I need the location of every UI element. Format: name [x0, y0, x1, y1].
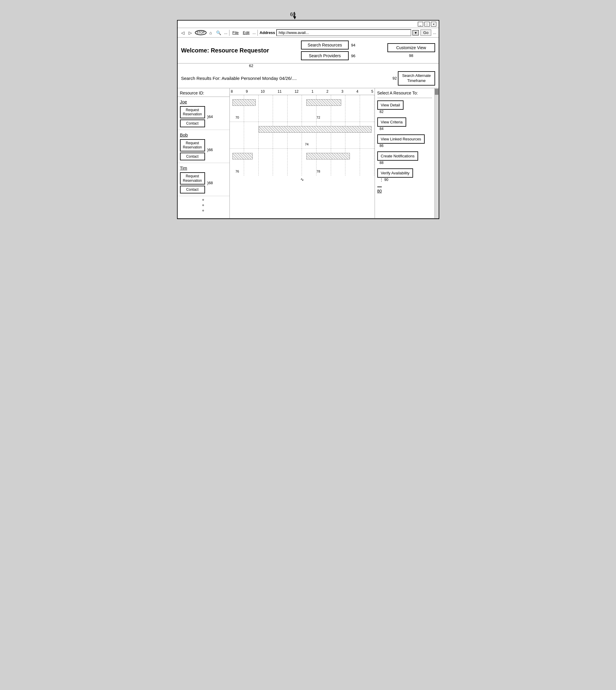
grid-col-joe-4	[273, 95, 288, 122]
forward-button[interactable]: ▷	[188, 30, 193, 36]
close-button[interactable]: ✕	[431, 22, 436, 26]
create-notifications-group: Create Notifications 88	[377, 151, 432, 165]
alternate-timeframe-area: 92 Search AlternateTimeframe	[393, 71, 435, 86]
joe-bar-72	[306, 99, 341, 106]
label-80-area: 80	[377, 187, 382, 194]
scrollbar-thumb[interactable]	[435, 89, 438, 95]
search-alternate-timeframe-button[interactable]: Search AlternateTimeframe	[398, 71, 435, 86]
file-menu[interactable]: File	[231, 30, 240, 36]
resource-name-joe: Joe	[180, 99, 227, 104]
label-64: }64	[207, 114, 213, 119]
stop-button[interactable]: STOP	[195, 30, 206, 35]
go-button[interactable]: Go	[420, 29, 431, 36]
bob-request-reservation-button[interactable]: RequestReservation	[180, 139, 205, 151]
time-label-12: 12	[294, 89, 298, 93]
joe-bar-70	[233, 99, 256, 106]
label-92: 92	[393, 76, 397, 81]
header-right: Customize View 98	[388, 43, 435, 58]
search-results-text: Search Results For: Available Personnel …	[181, 76, 297, 81]
label-84: 84	[377, 127, 432, 131]
address-dropdown-button[interactable]: ▼	[413, 30, 419, 36]
grid-col-joe-3	[259, 95, 273, 122]
view-linked-resources-button[interactable]: View Linked Resources	[377, 134, 425, 144]
nav-ellipsis-1: ...	[224, 30, 227, 35]
grid-col-bob-1	[230, 122, 244, 148]
time-label-8: 8	[231, 89, 233, 93]
label-66: }66	[207, 148, 213, 152]
time-label-11: 11	[278, 89, 282, 93]
label-68: }68	[207, 180, 213, 185]
label-62-area: 62	[178, 64, 439, 69]
nav-ellipsis-3: ...	[433, 30, 436, 35]
time-labels: 8 9 10 11 12 1 2 3 4 5	[230, 89, 375, 93]
timeline-row-bob: 74	[230, 122, 375, 149]
action-buttons-container: View Detail 82 View Criteria 84 View Lin…	[377, 101, 432, 182]
edit-menu[interactable]: Edit	[242, 30, 251, 36]
resource-name-bob: Bob	[180, 132, 227, 137]
joe-request-reservation-button[interactable]: RequestReservation	[180, 106, 205, 118]
grid-col-bob-2	[244, 122, 259, 148]
nav-ellipsis-2: ...	[252, 30, 256, 35]
time-label-9: 9	[246, 89, 248, 93]
tim-request-reservation-button[interactable]: RequestReservation	[180, 172, 205, 185]
welcome-text: Welcome: Resource Requestor	[181, 47, 269, 54]
label-90: 90	[384, 178, 388, 182]
label-96: 96	[351, 53, 355, 58]
more-dots-resources: °°°	[178, 196, 229, 217]
address-bar: Address ▼	[260, 29, 419, 36]
dots-90: ⋮	[380, 178, 383, 182]
header-section: Welcome: Resource Requestor Search Resou…	[178, 38, 439, 64]
grid-col-tim-10	[360, 149, 375, 176]
label-98: 98	[409, 53, 413, 58]
bob-buttons-row: RequestReservation Contact }66	[180, 139, 227, 160]
label-94: 94	[351, 43, 355, 47]
search-providers-button[interactable]: Search Providers	[301, 51, 349, 60]
time-label-4: 4	[356, 89, 358, 93]
create-notifications-button[interactable]: Create Notifications	[377, 151, 418, 161]
tim-bar-78	[306, 153, 350, 159]
label-78: 78	[316, 170, 320, 173]
resource-id-header: Resource ID:	[178, 89, 229, 97]
joe-contact-button[interactable]: Contact	[180, 120, 205, 127]
verify-availability-button[interactable]: Verify Availability	[377, 168, 413, 178]
view-criteria-button[interactable]: View Criteria	[377, 117, 406, 127]
actions-header: Select A Resource To:	[377, 89, 432, 98]
nav-separator-1	[229, 30, 229, 36]
resource-entry-joe: Joe RequestReservation Contact }64	[178, 97, 229, 130]
back-button[interactable]: ◁	[180, 30, 186, 36]
maximize-button[interactable]: □	[424, 22, 430, 26]
timeline-row-joe: 70 72	[230, 95, 375, 122]
search-results-bar: Search Results For: Available Personnel …	[178, 69, 439, 88]
grid-col-joe-9	[346, 95, 360, 122]
timeline-more-dots: ∿	[230, 176, 375, 183]
resource-name-tim: Tim	[180, 166, 227, 171]
label-70: 70	[236, 116, 239, 119]
resource-column: Resource ID: Joe RequestReservation Cont…	[178, 88, 230, 218]
time-label-5: 5	[371, 89, 373, 93]
home-button[interactable]: ⌂	[208, 30, 213, 36]
actions-column: Select A Resource To: View Detail 82 Vie…	[375, 88, 435, 218]
label-62: 62	[249, 64, 253, 68]
nav-bar: ◁ ▷ STOP ⌂ 🔍 ... File Edit ... Address ▼…	[178, 28, 439, 38]
search-nav-button[interactable]: 🔍	[215, 30, 222, 36]
view-detail-group: View Detail 82	[377, 101, 432, 114]
minimize-button[interactable]: _	[418, 22, 423, 26]
scrollbar[interactable]	[435, 88, 439, 218]
time-label-3: 3	[342, 89, 344, 93]
diagram-container: 60 _ □ ✕ ◁ ▷ STOP ⌂ 🔍 ... File Edit ... …	[177, 12, 439, 219]
address-input[interactable]	[276, 29, 411, 36]
grid-col-tim-5	[288, 149, 302, 176]
nav-separator-2	[258, 30, 258, 36]
view-linked-resources-group: View Linked Resources 86	[377, 134, 432, 148]
title-bar: _ □ ✕	[178, 21, 439, 28]
bob-bar-74	[259, 126, 372, 133]
customize-view-button[interactable]: Customize View	[388, 43, 435, 52]
bob-contact-button[interactable]: Contact	[180, 153, 205, 160]
label-76: 76	[236, 170, 239, 173]
tim-buttons-row: RequestReservation Contact }68	[180, 172, 227, 193]
main-content: Resource ID: Joe RequestReservation Cont…	[178, 88, 439, 219]
label-60: 60	[290, 12, 295, 17]
search-resources-button[interactable]: Search Resources	[301, 41, 349, 49]
view-detail-button[interactable]: View Detail	[377, 101, 404, 110]
tim-contact-button[interactable]: Contact	[180, 186, 205, 193]
